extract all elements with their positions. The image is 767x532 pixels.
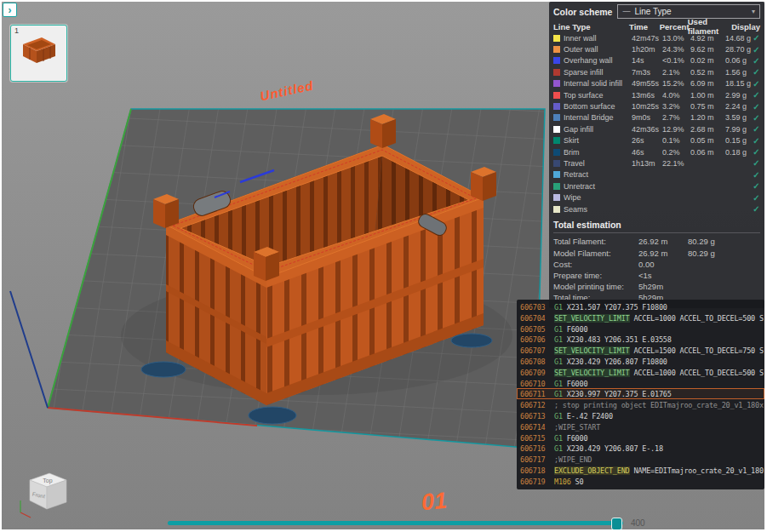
gcode-line[interactable]: 606707SET_VELOCITY_LIMIT ACCEL=1500 ACCE…	[517, 345, 764, 356]
gcode-line-number: 606707	[520, 346, 554, 355]
total-estimation-header: Total estimation	[553, 218, 760, 233]
display-checkbox[interactable]: ✓	[753, 170, 760, 180]
gcode-line[interactable]: 606712; stop printing object EDITmajroo_…	[517, 399, 764, 410]
line-type-weight: 7.99 g	[725, 125, 753, 134]
display-checkbox[interactable]: ✓	[753, 204, 760, 214]
gcode-line[interactable]: 606706G1 X230.483 Y206.351 E.03558	[517, 334, 764, 345]
col-time: Time	[629, 22, 660, 31]
total-value-m: 5h29m	[638, 282, 688, 291]
line-type-time: 14s	[632, 56, 662, 65]
scene-canvas[interactable]	[2, 2, 564, 529]
gcode-token: X230.997 Y207.375 E.01765	[563, 390, 672, 398]
total-value-m: 26.92 m	[638, 237, 688, 246]
gcode-line-text: ;WIPE_END	[554, 455, 764, 464]
orientation-cube[interactable]: Top Front	[12, 468, 75, 529]
line-type-length: 1.20 m	[690, 113, 725, 122]
total-label: Total Filament:	[553, 237, 638, 246]
line-type-weight: 0.18 g	[725, 148, 753, 157]
line-type-label: Travel	[564, 159, 632, 168]
display-checkbox[interactable]: ✓	[753, 158, 760, 168]
gcode-line[interactable]: 606716G1 X230.429 Y206.807 E-.18	[517, 443, 764, 454]
gcode-line-number: 606704	[520, 313, 554, 323]
gcode-line-text: G1 F6000	[554, 379, 764, 388]
sidebar-collapse-button[interactable]: ›	[3, 3, 17, 17]
gcode-line[interactable]: 606713G1 E-.42 F2400	[517, 410, 764, 421]
move-slider-handle[interactable]	[611, 518, 622, 530]
line-type-row: Overhang wall14s<0.1%0.02 m0.06 g✓	[553, 55, 760, 66]
gcode-line-text: ; stop printing object EDITmajroo_crate_…	[554, 400, 764, 409]
gcode-line[interactable]: 606703G1 X231.507 Y207.375 F10800	[517, 301, 764, 312]
legend-panel: Color scheme — Line Type ▾ Line Type Tim…	[549, 2, 764, 308]
gcode-line-number: 606705	[520, 324, 554, 334]
line-type-percent: 15.2%	[662, 79, 690, 88]
gcode-line[interactable]: 606718EXCLUDE_OBJECT_END NAME=EDITmajroo…	[517, 465, 764, 476]
gcode-line-text: SET_VELOCITY_LIMIT ACCEL=1000 ACCEL_TO_D…	[554, 368, 764, 377]
line-type-percent: 4.0%	[662, 91, 690, 100]
plate-thumbnail[interactable]: 1	[10, 25, 67, 82]
line-type-time: 42m36s	[632, 125, 662, 134]
line-type-weight: 1.56 g	[725, 68, 753, 77]
line-type-weight: 2.99 g	[725, 91, 753, 100]
axis-z-line	[10, 291, 48, 408]
gcode-line[interactable]: 606714;WIPE_START	[517, 421, 764, 432]
display-checkbox[interactable]: ✓	[753, 136, 760, 146]
line-type-row: Sparse infill7m3s2.1%0.52 m1.56 g✓	[553, 66, 760, 77]
line-type-label: Inner wall	[564, 34, 632, 43]
line-type-label: Skirt	[564, 136, 632, 145]
line-type-percent: <0.1%	[662, 56, 690, 65]
line-type-length: 9.62 m	[690, 45, 725, 54]
move-slider-track[interactable]	[168, 521, 623, 525]
gcode-line-number: 606711	[520, 389, 554, 398]
gcode-token: G1	[554, 335, 563, 344]
gcode-line[interactable]: 606710G1 F6000	[517, 378, 764, 389]
gcode-line-number: 606716	[520, 443, 554, 453]
gcode-line[interactable]: 606717;WIPE_END	[517, 454, 764, 465]
display-checkbox[interactable]: ✓	[753, 147, 760, 157]
gcode-token: ; stop printing object EDITmajroo_crate_…	[554, 401, 764, 409]
line-type-length: 6.09 m	[690, 79, 725, 88]
gcode-line-number: 606717	[520, 455, 554, 464]
display-checkbox[interactable]: ✓	[753, 79, 760, 89]
display-checkbox[interactable]: ✓	[753, 90, 760, 100]
display-checkbox[interactable]: ✓	[753, 193, 760, 203]
line-type-label: Internal Bridge	[564, 113, 632, 122]
gcode-line[interactable]: 606719M106 S0	[517, 476, 764, 487]
display-checkbox[interactable]: ✓	[753, 45, 760, 54]
display-checkbox[interactable]: ✓	[753, 67, 760, 77]
gcode-line-number: 606706	[520, 335, 554, 344]
gcode-line[interactable]: 606711G1 X230.997 Y207.375 E.01765	[517, 388, 764, 399]
gcode-line[interactable]: 606704SET_VELOCITY_LIMIT ACCEL=1000 ACCE…	[517, 312, 764, 323]
line-type-length: 0.05 m	[690, 136, 725, 145]
gcode-line[interactable]: 606709SET_VELOCITY_LIMIT ACCEL=1000 ACCE…	[517, 367, 764, 378]
line-type-time: 42m47s	[632, 34, 662, 43]
line-type-percent: 13.0%	[662, 34, 690, 43]
line-type-row: Internal solid infill49m55s15.2%6.09 m18…	[553, 78, 760, 89]
gcode-line[interactable]: 606705G1 F6000	[517, 323, 764, 335]
line-type-time: 10m25s	[632, 102, 662, 111]
gcode-line-text: G1 F6000	[554, 324, 764, 334]
display-checkbox[interactable]: ✓	[753, 124, 760, 134]
gcode-line[interactable]: 606715G1 F6000	[517, 432, 764, 443]
line-type-weight: 28.70 g	[725, 45, 753, 54]
line-type-time: 7m3s	[632, 68, 662, 77]
total-row: Prepare time:<1s	[553, 270, 760, 281]
line-type-length: 0.75 m	[690, 102, 725, 111]
line-type-color-swatch	[553, 183, 560, 190]
total-value-m: <1s	[638, 271, 688, 280]
display-checkbox[interactable]: ✓	[753, 181, 760, 191]
line-type-label: Outer wall	[564, 45, 632, 54]
line-type-weight: 0.15 g	[725, 136, 753, 145]
total-label: Model Filament:	[553, 249, 638, 258]
line-type-time: 9m0s	[632, 113, 662, 122]
display-checkbox[interactable]: ✓	[753, 102, 760, 112]
gcode-line-number: 606715	[520, 433, 554, 443]
line-type-time: 13m6s	[632, 91, 662, 100]
cube-top-label: Top	[43, 478, 52, 484]
gcode-line[interactable]: 606708G1 X230.429 Y206.807 F10800	[517, 356, 764, 367]
line-type-percent: 0.1%	[662, 136, 690, 145]
line-type-row: Inner wall42m47s13.0%4.92 m14.68 g✓	[553, 32, 760, 43]
display-checkbox[interactable]: ✓	[753, 56, 760, 66]
line-type-row: Top surface13m6s4.0%1.00 m2.99 g✓	[553, 89, 760, 100]
display-checkbox[interactable]: ✓	[753, 113, 760, 123]
display-checkbox[interactable]: ✓	[753, 33, 760, 43]
